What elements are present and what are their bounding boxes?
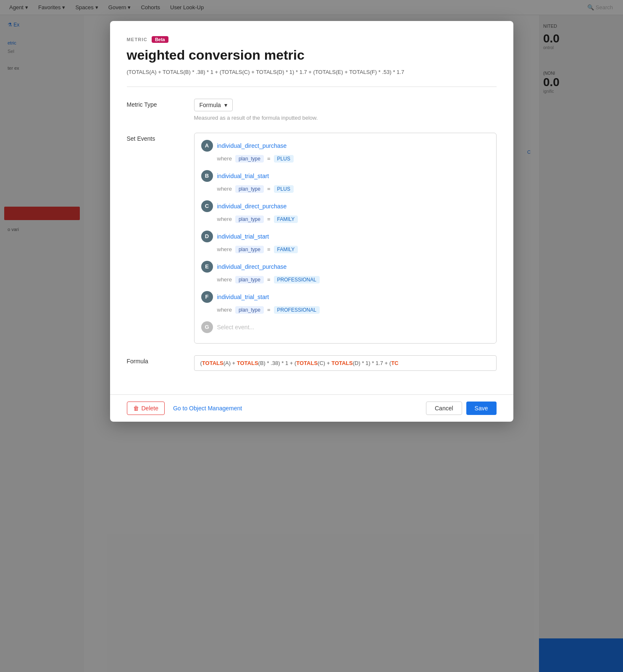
events-content: A individual_direct_purchase where plan_… [194,133,497,344]
event-badge-b: B [201,170,213,182]
event-where-e: where plan_type = PROFESSIONAL [217,276,489,284]
metric-type-value: Formula [200,102,221,108]
event-value-c[interactable]: FAMILY [274,215,298,223]
event-key-a[interactable]: plan_type [235,155,264,163]
event-badge-g: G [201,321,213,333]
event-where-f: where plan_type = PROFESSIONAL [217,306,489,314]
modal-title: weighted conversion metric [127,47,497,63]
event-key-c[interactable]: plan_type [235,215,264,223]
event-value-f[interactable]: PROFESSIONAL [274,306,320,314]
cancel-button[interactable]: Cancel [426,402,462,415]
events-box: A individual_direct_purchase where plan_… [194,133,497,344]
select-event-placeholder[interactable]: Select event... [217,324,255,331]
event-row-a: A individual_direct_purchase where plan_… [201,140,489,163]
event-badge-a: A [201,140,213,152]
event-badge-d: D [201,231,213,242]
beta-badge: Beta [152,36,168,43]
metric-type-label: Metric Type [127,99,194,108]
event-value-a[interactable]: PLUS [274,155,294,163]
event-where-c: where plan_type = FAMILY [217,215,489,223]
event-header-g: G Select event... [201,321,489,333]
event-where-a: where plan_type = PLUS [217,155,489,163]
event-name-f[interactable]: individual_trial_start [217,294,269,300]
trash-icon: 🗑 [133,405,139,412]
set-events-label: Set Events [127,133,194,142]
event-name-d[interactable]: individual_trial_start [217,233,269,240]
event-header-c: C individual_direct_purchase [201,200,489,212]
event-row-e: E individual_direct_purchase where plan_… [201,261,489,284]
event-row-g: G Select event... [201,321,489,333]
event-key-d[interactable]: plan_type [235,246,264,253]
event-header-b: B individual_trial_start [201,170,489,182]
event-key-f[interactable]: plan_type [235,306,264,314]
metric-type-row: Metric Type Formula ▾ Measured as a resu… [127,99,497,121]
event-row-f: F individual_trial_start where plan_type… [201,291,489,314]
event-name-c[interactable]: individual_direct_purchase [217,203,287,210]
event-where-b: where plan_type = PLUS [217,185,489,193]
event-header-e: E individual_direct_purchase [201,261,489,273]
event-where-d: where plan_type = FAMILY [217,246,489,253]
event-value-e[interactable]: PROFESSIONAL [274,276,320,284]
event-row-b: B individual_trial_start where plan_type… [201,170,489,193]
formula-description: (TOTALS(A) + TOTALS(B) * .38) * 1 + (TOT… [127,68,497,76]
delete-button[interactable]: 🗑 Delete [127,402,165,415]
metric-type-dropdown[interactable]: Formula ▾ [194,99,233,111]
event-badge-f: F [201,291,213,303]
event-row-c: C individual_direct_purchase where plan_… [201,200,489,223]
event-name-b[interactable]: individual_trial_start [217,173,269,179]
formula-label: Formula [127,355,194,365]
footer-left: 🗑 Delete Go to Object Management [127,402,242,415]
divider [127,87,497,87]
event-header-d: D individual_trial_start [201,231,489,242]
goto-object-management-link[interactable]: Go to Object Management [173,405,242,412]
chevron-down-icon: ▾ [224,102,227,108]
set-events-row: Set Events A individual_direct_purchase … [127,133,497,344]
modal-dialog: METRIC Beta weighted conversion metric (… [110,21,513,422]
modal-overlay: METRIC Beta weighted conversion metric (… [0,0,623,672]
footer-right: Cancel Save [426,402,497,415]
modal-footer: 🗑 Delete Go to Object Management Cancel … [110,394,513,422]
event-key-e[interactable]: plan_type [235,276,264,284]
event-badge-e: E [201,261,213,273]
event-row-d: D individual_trial_start where plan_type… [201,231,489,253]
event-value-b[interactable]: PLUS [274,185,294,193]
metric-label: METRIC [127,37,147,42]
event-header-a: A individual_direct_purchase [201,140,489,152]
event-value-d[interactable]: FAMILY [274,246,298,253]
formula-input[interactable]: (TOTALS(A) + TOTALS(B) * .38) * 1 + (TOT… [194,355,497,371]
metric-type-hint: Measured as a result of the formula inpu… [194,115,497,121]
event-header-f: F individual_trial_start [201,291,489,303]
formula-row: Formula (TOTALS(A) + TOTALS(B) * .38) * … [127,355,497,371]
metric-label-row: METRIC Beta [127,36,497,43]
formula-content: (TOTALS(A) + TOTALS(B) * .38) * 1 + (TOT… [194,355,497,371]
metric-type-content: Formula ▾ Measured as a result of the fo… [194,99,497,121]
event-name-a[interactable]: individual_direct_purchase [217,142,287,149]
event-key-b[interactable]: plan_type [235,185,264,193]
save-button[interactable]: Save [466,402,497,415]
event-name-e[interactable]: individual_direct_purchase [217,263,287,270]
event-badge-c: C [201,200,213,212]
